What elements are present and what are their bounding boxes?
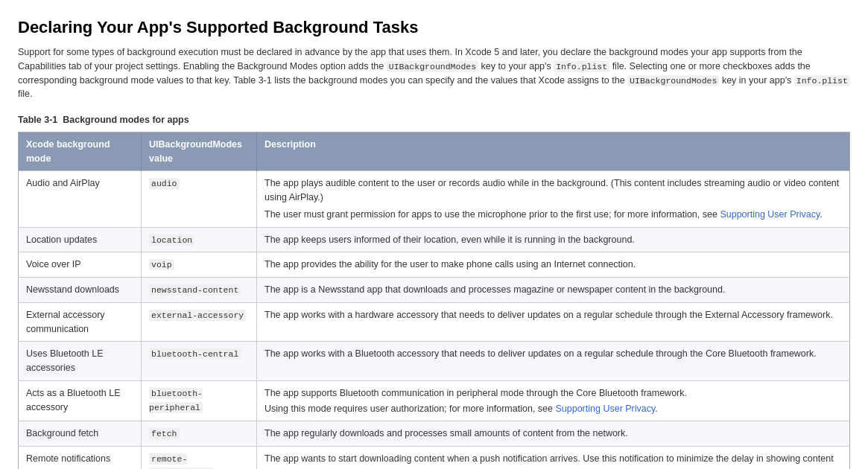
table-row: Audio and AirPlayaudioThe app plays audi… — [19, 171, 850, 227]
header-description: Description — [257, 132, 850, 171]
cell-description: The app keeps users informed of their lo… — [257, 227, 850, 252]
cell-mode: Newsstand downloads — [19, 278, 142, 303]
mode-code: bluetooth-central — [149, 348, 241, 360]
mode-code: voip — [149, 259, 174, 270]
intro-paragraph: Support for some types of background exe… — [18, 45, 850, 101]
table-row: Voice over IPvoipThe app provides the ab… — [19, 252, 850, 278]
table-row: Background fetchfetchThe app regularly d… — [19, 421, 850, 447]
cell-description: The app provides the ability for the use… — [257, 252, 850, 278]
table-row: Acts as a Bluetooth LE accessorybluetoot… — [19, 380, 850, 421]
cell-value: audio — [142, 171, 257, 227]
cell-description: The app plays audible content to the use… — [257, 171, 850, 227]
mode-code: fetch — [149, 428, 180, 439]
cell-mode: Location updates — [19, 227, 142, 252]
cell-description: The app regularly downloads and processe… — [257, 421, 850, 447]
mode-code: newsstand-content — [149, 284, 241, 296]
cell-description: The app supports Bluetooth communication… — [257, 380, 850, 421]
cell-mode: Background fetch — [19, 421, 142, 447]
cell-mode: Voice over IP — [19, 252, 142, 278]
code-uibgmodes2: UIBackgroundModes — [627, 75, 719, 86]
code-infoplist2: Info.plist — [794, 75, 850, 86]
desc-line2: The user must grant permission for apps … — [264, 208, 842, 222]
cell-mode: External accessory communication — [19, 302, 142, 342]
mode-code: external-accessory — [149, 310, 246, 321]
cell-description: The app is a Newsstand app that download… — [257, 278, 850, 303]
desc-line1: The app plays audible content to the use… — [264, 176, 842, 205]
desc-line2: Using this mode requires user authorizat… — [264, 402, 842, 416]
mode-code: bluetooth-peripheral — [149, 388, 203, 413]
table-row: Location updateslocationThe app keeps us… — [19, 227, 850, 252]
cell-mode: Audio and AirPlay — [19, 171, 142, 227]
mode-code: remote-notification — [149, 453, 213, 469]
cell-value: location — [142, 227, 257, 252]
cell-value: newsstand-content — [142, 278, 257, 303]
header-mode: Xcode background mode — [19, 132, 142, 171]
cell-mode: Uses Bluetooth LE accessories — [19, 342, 142, 381]
cell-value: bluetooth-central — [142, 342, 257, 381]
cell-description: The app works with a Bluetooth accessory… — [257, 342, 850, 381]
table-row: External accessory communicationexternal… — [19, 302, 850, 342]
mode-code: location — [149, 234, 194, 246]
cell-mode: Acts as a Bluetooth LE accessory — [19, 380, 142, 421]
cell-description: The app works with a hardware accessory … — [257, 302, 850, 342]
table-row: Remote notificationsremote-notificationT… — [19, 447, 850, 470]
desc-line1: The app supports Bluetooth communication… — [264, 386, 842, 401]
table-row: Uses Bluetooth LE accessoriesbluetooth-c… — [19, 342, 850, 381]
cell-description: The app wants to start downloading conte… — [257, 447, 850, 470]
cell-mode: Remote notifications — [19, 447, 142, 470]
table-header-row: Xcode background mode UIBackgroundModes … — [19, 132, 850, 171]
page-title: Declaring Your App's Supported Backgroun… — [18, 15, 850, 39]
supporting-user-privacy-link[interactable]: Supporting User Privacy — [720, 209, 820, 220]
background-modes-table: Xcode background mode UIBackgroundModes … — [18, 132, 850, 469]
cell-value: remote-notification — [142, 447, 257, 470]
cell-value: fetch — [142, 421, 257, 447]
table-caption: Table 3-1 Background modes for apps — [18, 113, 850, 127]
supporting-user-privacy-link-bt[interactable]: Supporting User Privacy — [555, 403, 655, 414]
cell-value: bluetooth-peripheral — [142, 380, 257, 421]
mode-code: audio — [149, 178, 180, 189]
cell-value: voip — [142, 252, 257, 278]
cell-value: external-accessory — [142, 302, 257, 342]
header-value: UIBackgroundModes value — [142, 132, 257, 171]
table-row: Newsstand downloadsnewsstand-contentThe … — [19, 278, 850, 303]
code-uibgmodes1: UIBackgroundModes — [387, 61, 478, 72]
code-infoplist1: Info.plist — [554, 61, 609, 72]
